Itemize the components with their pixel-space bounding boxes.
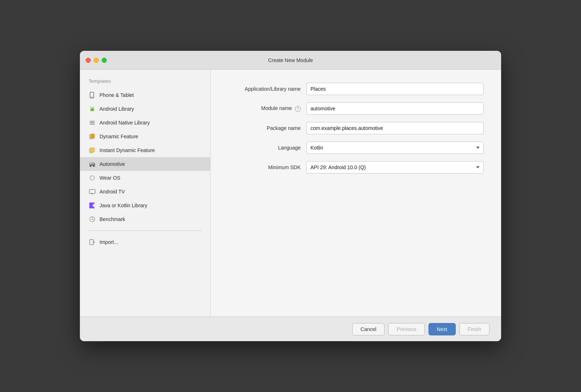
sidebar-item-label-wear-os: Wear OS bbox=[99, 175, 120, 181]
svg-point-15 bbox=[90, 166, 92, 167]
android-tv-icon bbox=[89, 188, 96, 195]
svg-rect-7 bbox=[90, 122, 95, 123]
sidebar-item-label-android-native: Android Native Library bbox=[99, 120, 150, 126]
sidebar-item-dynamic-feature[interactable]: Dynamic Feature bbox=[80, 130, 210, 143]
svg-point-19 bbox=[90, 176, 94, 180]
kotlin-icon bbox=[89, 202, 96, 209]
sidebar-item-label-phone-tablet: Phone & Tablet bbox=[99, 92, 134, 98]
sidebar-item-android-library[interactable]: Android Library bbox=[80, 102, 210, 116]
sidebar-item-label-android-library: Android Library bbox=[99, 106, 134, 112]
svg-line-4 bbox=[91, 107, 92, 107]
language-select[interactable]: Kotlin Java bbox=[306, 142, 484, 154]
native-icon bbox=[89, 119, 96, 126]
footer: Cancel Previous Next Finish bbox=[80, 317, 501, 341]
svg-rect-1 bbox=[91, 97, 93, 98]
svg-rect-18 bbox=[92, 163, 93, 164]
sidebar-item-android-tv[interactable]: Android TV bbox=[80, 185, 210, 199]
phone-icon bbox=[89, 91, 96, 99]
sidebar-item-wear-os[interactable]: Wear OS bbox=[80, 171, 210, 185]
svg-rect-26 bbox=[90, 240, 93, 245]
automotive-icon bbox=[89, 160, 96, 168]
module-name-help-icon[interactable]: ? bbox=[295, 106, 301, 112]
main-content: Application/Library name Module name ? P… bbox=[211, 70, 501, 317]
svg-rect-12 bbox=[91, 148, 94, 152]
cancel-button[interactable]: Cancel bbox=[352, 323, 385, 335]
svg-rect-17 bbox=[90, 163, 91, 164]
package-name-label: Package name bbox=[228, 125, 301, 131]
package-name-row: Package name bbox=[228, 122, 484, 134]
sidebar-item-label-benchmark: Benchmark bbox=[99, 216, 125, 222]
next-button[interactable]: Next bbox=[428, 323, 456, 335]
module-name-row: Module name ? bbox=[228, 102, 484, 115]
instant-dynamic-icon bbox=[89, 147, 96, 154]
sidebar-item-label-import: Import... bbox=[99, 239, 118, 245]
sidebar-item-android-native[interactable]: Android Native Library bbox=[80, 116, 210, 130]
sidebar-item-kotlin-library[interactable]: Java or Kotlin Library bbox=[80, 199, 210, 212]
package-name-input[interactable] bbox=[306, 122, 484, 134]
min-sdk-select[interactable]: API 16: Android 4.1 (Jelly Bean) API 21:… bbox=[306, 161, 484, 173]
min-sdk-row: Minimum SDK API 16: Android 4.1 (Jelly B… bbox=[228, 161, 484, 173]
minimize-button[interactable] bbox=[94, 58, 99, 63]
svg-rect-6 bbox=[90, 121, 95, 122]
svg-point-3 bbox=[93, 109, 94, 109]
module-name-label: Module name ? bbox=[228, 105, 301, 111]
main-window: Create New Module Templates Phone & Tabl… bbox=[80, 51, 501, 341]
window-title: Create New Module bbox=[268, 57, 313, 63]
sidebar-item-label-instant-dynamic: Instant Dynamic Feature bbox=[99, 147, 155, 153]
window-body: Templates Phone & Tablet bbox=[80, 70, 501, 317]
sidebar-item-label-automotive: Automotive bbox=[99, 161, 125, 167]
svg-line-5 bbox=[93, 107, 94, 107]
maximize-button[interactable] bbox=[102, 58, 107, 63]
sidebar-item-phone-tablet[interactable]: Phone & Tablet bbox=[80, 88, 210, 102]
svg-rect-20 bbox=[92, 175, 93, 176]
sidebar-item-instant-dynamic[interactable]: Instant Dynamic Feature bbox=[80, 143, 210, 157]
svg-rect-23 bbox=[91, 193, 93, 194]
svg-rect-22 bbox=[89, 189, 95, 193]
app-library-name-input[interactable] bbox=[306, 83, 484, 95]
import-icon bbox=[89, 238, 96, 246]
benchmark-icon bbox=[89, 216, 96, 223]
language-label: Language bbox=[228, 145, 301, 151]
sidebar: Templates Phone & Tablet bbox=[80, 70, 211, 317]
language-row: Language Kotlin Java bbox=[228, 142, 484, 154]
finish-button[interactable]: Finish bbox=[459, 323, 489, 335]
title-bar: Create New Module bbox=[80, 51, 501, 70]
svg-rect-10 bbox=[91, 134, 94, 138]
sidebar-item-label-dynamic-feature: Dynamic Feature bbox=[99, 134, 138, 139]
svg-marker-24 bbox=[89, 203, 95, 208]
svg-rect-8 bbox=[90, 124, 95, 124]
module-name-input[interactable] bbox=[306, 102, 484, 115]
app-library-name-label: Application/Library name bbox=[228, 86, 301, 92]
dynamic-icon bbox=[89, 133, 96, 140]
sidebar-item-import[interactable]: Import... bbox=[80, 235, 210, 249]
sidebar-item-automotive[interactable]: Automotive bbox=[80, 157, 210, 171]
svg-rect-21 bbox=[92, 180, 93, 180]
traffic-lights bbox=[86, 58, 107, 63]
sidebar-item-label-kotlin-library: Java or Kotlin Library bbox=[99, 203, 147, 208]
close-button[interactable] bbox=[86, 58, 91, 63]
svg-point-2 bbox=[91, 109, 92, 109]
previous-button[interactable]: Previous bbox=[388, 323, 424, 335]
svg-point-16 bbox=[93, 166, 95, 167]
sidebar-item-benchmark[interactable]: Benchmark bbox=[80, 212, 210, 226]
app-library-name-row: Application/Library name bbox=[228, 83, 484, 95]
sidebar-item-label-android-tv: Android TV bbox=[99, 189, 125, 195]
wear-os-icon bbox=[89, 174, 96, 181]
android-icon bbox=[89, 105, 96, 113]
sidebar-divider bbox=[89, 230, 202, 231]
min-sdk-label: Minimum SDK bbox=[228, 164, 301, 170]
sidebar-section-label: Templates bbox=[80, 78, 210, 88]
